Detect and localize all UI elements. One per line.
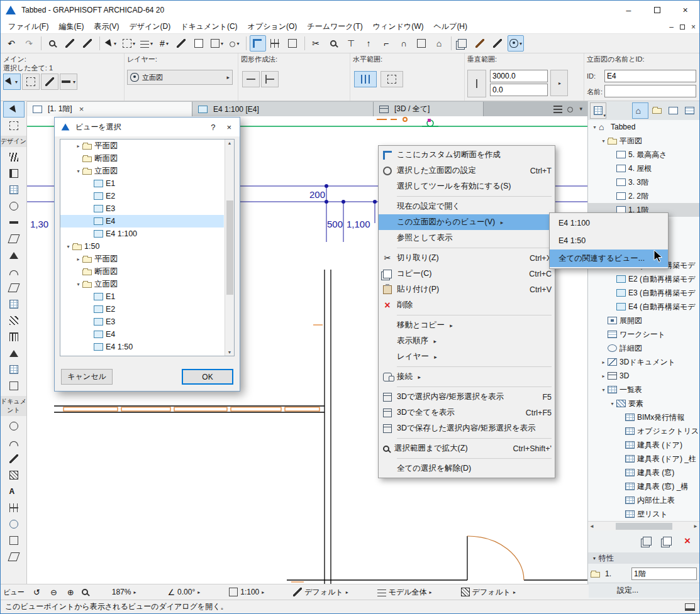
nav-elevation-e3[interactable]: E3 (自動再構築モデ (588, 286, 699, 300)
marquee-tool[interactable] (3, 118, 25, 134)
nav-schedule-doors-2[interactable]: 建具表 (ドア) _柱 (588, 452, 699, 466)
properties-header[interactable]: ▾ 特性 (588, 552, 699, 564)
view-map-button[interactable] (648, 102, 665, 119)
polyline-tool[interactable] (3, 451, 25, 467)
nav-interior-elevations[interactable]: 展開図 (588, 314, 699, 327)
adjust-button[interactable]: ↑ (361, 35, 377, 52)
window-tool[interactable] (3, 182, 25, 198)
nav-folder-floorplans[interactable]: ▾平面図 (588, 134, 699, 148)
submenu-all-related-views[interactable]: 全ての関連するビュー... (550, 249, 668, 267)
menu-document[interactable]: ドキュメント(C) (175, 19, 242, 33)
find-select-button[interactable] (45, 35, 61, 52)
project-chooser-button[interactable]: ▾ (590, 102, 606, 119)
mesh-tool[interactable] (3, 361, 25, 378)
guide-lines-button[interactable] (174, 35, 190, 52)
view-item-e1-2[interactable]: E1 (60, 290, 224, 303)
roof-tool[interactable] (3, 247, 25, 263)
pen-set-button[interactable]: デフォルト▸ (289, 584, 352, 600)
nav-story-4[interactable]: 4. 屋根 (588, 162, 699, 175)
fillet-button[interactable]: ∩ (396, 35, 413, 52)
pickup-parameters-button[interactable] (62, 35, 79, 52)
main-level-button[interactable]: ▾ (60, 74, 77, 90)
column-tool[interactable] (3, 198, 25, 214)
spline-tool[interactable] (3, 434, 25, 451)
nav-schedule-windows[interactable]: 建具表 (窓) (588, 466, 699, 480)
nav-story-3[interactable]: 3. 3階 (588, 175, 699, 189)
redo-button[interactable]: ↷ (21, 35, 38, 52)
menu-design[interactable]: デザイン(D) (124, 19, 175, 33)
panel-toggle-icon[interactable] (685, 603, 695, 611)
create-section-button[interactable] (250, 35, 266, 52)
tab-close-icon[interactable]: × (79, 104, 84, 114)
menu-zoom-to-selection[interactable]: 選択範囲まで拡大(Z)Ctrl+Shift+' (379, 441, 555, 456)
morph-tool[interactable] (3, 280, 25, 296)
main-inject-button[interactable] (41, 74, 58, 90)
arrow-tool[interactable] (3, 101, 25, 118)
submenu-e4-1-100[interactable]: E4 1:100 (550, 214, 668, 232)
view-item-e3[interactable]: E3 (60, 202, 224, 215)
scrollbar-thumb[interactable] (616, 523, 672, 530)
dialog-scrollbar[interactable]: ▲ ▼ (225, 140, 234, 356)
nav-3d-documents[interactable]: ▸3Dドキュメント (588, 355, 699, 369)
trim-button[interactable]: ⊤ (343, 35, 360, 52)
dialog-title-bar[interactable]: ビューを選択 ? × (55, 118, 240, 136)
stretch-button[interactable]: ⌂ (431, 35, 448, 52)
object-tool[interactable] (3, 378, 25, 394)
optimal-zoom-button[interactable] (78, 584, 92, 600)
magic-wand-button[interactable] (490, 35, 506, 52)
nav-schedules[interactable]: ▾一覧表 (588, 383, 699, 397)
nav-worksheets[interactable]: ワークシート (588, 327, 699, 341)
cancel-button[interactable]: キャンセル (61, 369, 113, 385)
scroll-right-icon[interactable]: ► (693, 524, 698, 529)
nav-schedule-windows-2[interactable]: 建具表 (窓) _構 (588, 480, 699, 493)
wall-tool[interactable] (3, 149, 25, 165)
save-view-button[interactable] (640, 535, 654, 547)
renovation-filter-button[interactable]: デフォルト▸ (457, 584, 519, 600)
split-button[interactable]: ✂ (308, 35, 325, 52)
menu-layers[interactable]: レイヤー▸ (379, 349, 555, 365)
nav-details[interactable]: 詳細図 (588, 341, 699, 355)
nav-root-tabbed[interactable]: ▾Tabbed (588, 120, 699, 134)
menu-connect[interactable]: 接続▸ (379, 369, 555, 385)
zoom-select-button[interactable] (326, 35, 342, 52)
scroll-left-icon[interactable]: ◄ (589, 524, 594, 529)
menu-show-as-reference[interactable]: 参照として表示 (379, 230, 555, 246)
zoom-history-back-button[interactable]: ↺ (27, 584, 44, 600)
settings-button[interactable]: 設定... (588, 583, 699, 598)
camera-tool[interactable] (3, 532, 25, 549)
tab-3d[interactable]: [3D / 全て] (374, 102, 484, 116)
view-item-e4-1-100[interactable]: E4 1:100 (60, 228, 224, 240)
scrollbar-thumb[interactable] (226, 200, 233, 295)
menu-display-order[interactable]: 表示順序▸ (379, 333, 555, 349)
menu-paste[interactable]: 貼り付け(P)Ctrl+V (379, 282, 555, 297)
nav-schedule-objects[interactable]: オブジェクトリスト (588, 424, 699, 438)
infinite-range-button[interactable] (354, 71, 377, 87)
vertical-bottom-field[interactable] (490, 84, 548, 96)
limited-range-button[interactable] (381, 71, 403, 87)
tab-pin-icon[interactable] (567, 107, 573, 112)
trace-reference-button[interactable]: ▾ (138, 35, 155, 52)
story-name-field[interactable] (631, 567, 697, 580)
tab-floor-plan[interactable]: [1. 1階] × (27, 102, 192, 116)
nav-schedule-interior-finish[interactable]: 内部仕上表 (588, 493, 699, 507)
name-field[interactable] (604, 85, 696, 97)
menu-options[interactable]: オプション(O) (243, 19, 303, 33)
view-item-elevations-group[interactable]: ▾立面図 (60, 165, 224, 177)
zone-tool[interactable] (3, 345, 25, 361)
doc-close-icon[interactable]: × (691, 23, 696, 31)
text-tool[interactable] (3, 483, 25, 500)
suspend-groups-button[interactable] (472, 35, 489, 52)
menu-open-with-current-settings[interactable]: 現在の設定で開く (379, 199, 555, 214)
geometry-chained-button[interactable] (261, 71, 279, 87)
menu-cut[interactable]: 切り取り(Z)Ctrl+X (379, 250, 555, 266)
id-field[interactable] (604, 70, 696, 82)
main-marquee-button[interactable] (22, 74, 40, 90)
tab-elevation-e4[interactable]: E4 1:100 [E4] (192, 102, 374, 116)
view-item-sections-group[interactable]: 断面図 (60, 152, 224, 165)
view-item-1-50-group[interactable]: ▾1:50 (60, 240, 224, 253)
fill-tool[interactable] (3, 467, 25, 483)
vertical-top-field[interactable] (490, 70, 548, 82)
menu-copy[interactable]: コピー(C)Ctrl+C (379, 266, 555, 282)
view-item-sections-group-2[interactable]: 断面図 (60, 265, 224, 278)
menu-show-all-in-3d[interactable]: 3Dで全てを表示Ctrl+F5 (379, 405, 555, 420)
